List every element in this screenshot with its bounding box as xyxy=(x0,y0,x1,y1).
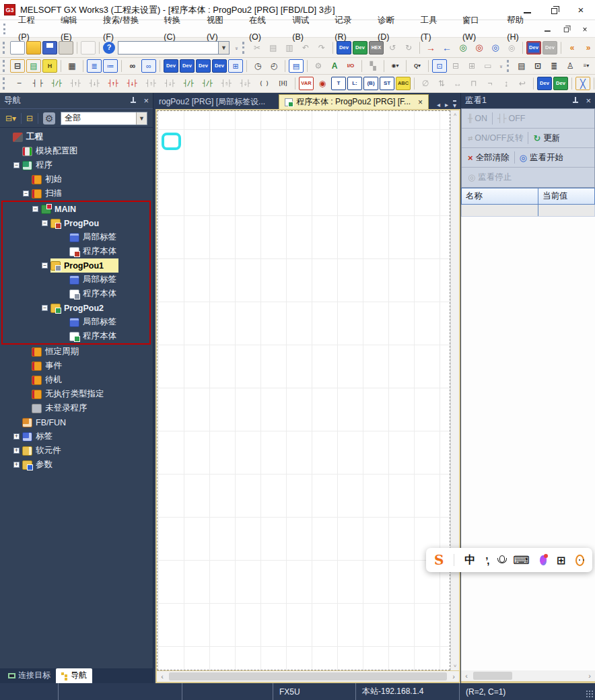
tab-local-label-setting[interactable]: rogPou2 [PRG] [局部标签设... xyxy=(153,94,279,109)
pulse-closed-contact-icon[interactable]: ┤↓├ xyxy=(85,77,103,90)
watch-register-icon[interactable]: ◎ xyxy=(488,41,503,55)
open-project-icon[interactable] xyxy=(26,41,41,55)
save-project-icon[interactable] xyxy=(42,41,57,55)
watch-window-icon[interactable]: ▤ xyxy=(289,59,304,73)
tree-item-scan[interactable]: −扫描 xyxy=(0,186,153,201)
scroll-left-icon[interactable]: ‹ xyxy=(461,672,472,680)
var-element-icon[interactable]: VAR xyxy=(299,77,314,90)
undo-icon[interactable]: ↶ xyxy=(298,41,313,55)
project-data-input[interactable] xyxy=(118,41,219,55)
inline-block-icon[interactable]: [H] xyxy=(274,77,291,90)
list-window-icon[interactable]: ≣ xyxy=(547,59,561,73)
soft-keyboard-icon[interactable]: ⌨ xyxy=(513,553,530,567)
scroll-right-icon[interactable]: › xyxy=(584,672,595,680)
tree-item-progpou-local-label[interactable]: 局部标签 xyxy=(0,230,149,244)
tree-item-progpou1-body[interactable]: 程序本体 xyxy=(0,287,149,301)
tree-item-standby[interactable]: 待机 xyxy=(0,373,153,387)
updown-element-icon[interactable]: ↨ xyxy=(499,77,514,90)
doc-restore-button[interactable] xyxy=(562,25,569,32)
cut-icon[interactable]: ✂ xyxy=(250,41,265,55)
tree-item-event[interactable]: 事件 xyxy=(0,359,153,373)
tree-item-progpou-body[interactable]: 程序本体 xyxy=(0,244,149,258)
watch-start-button[interactable]: ◎监看开始 xyxy=(516,148,567,167)
sogou-logo-icon[interactable]: S xyxy=(434,552,444,568)
toolbar-overflow[interactable]: » xyxy=(497,59,505,73)
cascade-window-icon[interactable]: ⊞ xyxy=(464,59,479,73)
tree-display-icon[interactable]: ⊟▾ xyxy=(5,114,16,123)
monitor-stop-icon[interactable]: ◎ xyxy=(472,41,487,55)
tree-item-no-exec-type[interactable]: 无执行类型指定 xyxy=(0,387,153,401)
write-to-plc-icon[interactable]: → xyxy=(423,41,438,55)
tree-item-unregistered[interactable]: 未登录程序 xyxy=(0,401,153,415)
tree-item-main[interactable]: −MAIN xyxy=(0,202,149,216)
skin-icon[interactable] xyxy=(540,555,547,565)
device-list-icon[interactable]: ⊞ xyxy=(228,59,243,73)
vertical-scrollbar[interactable]: ˄˅ xyxy=(450,110,459,670)
read-from-plc-icon[interactable]: ← xyxy=(440,41,454,55)
tree-item-module-config[interactable]: 模块配置图 xyxy=(0,144,153,158)
coil-icon[interactable]: ( ) xyxy=(255,77,273,90)
redo-conversion-icon[interactable]: ↻ xyxy=(401,41,416,55)
device-monitor1-icon[interactable]: Dev xyxy=(164,59,178,73)
paste-data-icon[interactable] xyxy=(81,41,96,55)
window-search-icon[interactable]: ⊡ xyxy=(432,59,447,73)
closed-contact-icon[interactable]: ┤/├ xyxy=(48,77,65,90)
watch-on-button[interactable]: ╫ON xyxy=(464,109,491,128)
fbd-canvas[interactable] xyxy=(157,110,450,670)
tree-item-parameter[interactable]: +参数 xyxy=(0,458,153,472)
undo-conversion-icon[interactable]: ↺ xyxy=(385,41,400,55)
pulse-open-contact-icon[interactable]: ┤↑├ xyxy=(67,77,84,90)
tree-item-progpou2[interactable]: −ProgPou2 xyxy=(0,301,149,315)
column-header-value[interactable]: 当前值 xyxy=(538,188,594,204)
redo-icon[interactable]: ↷ xyxy=(314,41,329,55)
paste-icon[interactable]: ▥ xyxy=(282,41,297,55)
tree-item-label[interactable]: +标签 xyxy=(0,429,153,444)
resize-grip-icon[interactable] xyxy=(586,690,594,698)
voice-input-icon[interactable] xyxy=(498,555,503,565)
watch-update-button[interactable]: ↻更新 xyxy=(530,129,563,147)
filter-dropdown-icon[interactable]: ▼ xyxy=(136,112,147,125)
pulse-not-falling-icon[interactable]: ┤⇓├ xyxy=(236,77,254,90)
block-element-icon[interactable]: (B) xyxy=(363,77,378,90)
navigation-close-icon[interactable]: × xyxy=(143,96,149,105)
options-icon[interactable]: ⚙ xyxy=(311,59,326,73)
tree-item-program[interactable]: −程序 xyxy=(0,158,153,172)
doc-close-button[interactable]: × xyxy=(581,25,588,32)
restore-button[interactable] xyxy=(549,5,559,15)
tree-item-fixed-cycle[interactable]: 恒定周期 xyxy=(0,345,153,359)
statement-list-icon[interactable]: ≣ xyxy=(87,59,102,73)
combo-dropdown-icon[interactable]: ▼ xyxy=(219,41,230,55)
tab-connection-target[interactable]: 连接目标 xyxy=(3,668,56,683)
monitor-start-icon[interactable]: ◎ xyxy=(456,41,470,55)
scroll-down-icon[interactable]: ˅ xyxy=(454,663,457,669)
watch-empty-row[interactable] xyxy=(461,205,595,217)
hex-edit-icon[interactable]: H xyxy=(42,59,57,73)
label-edit-icon[interactable]: A xyxy=(327,59,342,73)
copy-icon[interactable]: ▤ xyxy=(266,41,281,55)
corner-element-icon[interactable]: ¬ xyxy=(483,77,497,90)
tree-item-project[interactable]: 工程 xyxy=(0,130,153,144)
clock-find-icon[interactable]: ◴ xyxy=(267,59,281,73)
print-icon[interactable] xyxy=(59,41,73,55)
tree-item-initial[interactable]: 初始 xyxy=(0,172,153,186)
tree-item-progpou1-local-label[interactable]: 局部标签 xyxy=(0,273,149,287)
help-icon[interactable]: ? xyxy=(103,42,115,54)
tree-item-fbfun[interactable]: FB/FUN xyxy=(0,415,153,429)
tab-close-icon[interactable]: × xyxy=(418,98,423,107)
watch-close-icon[interactable]: × xyxy=(586,96,591,105)
instruction-element-icon[interactable]: ◉ xyxy=(315,77,330,90)
find-window-icon[interactable]: ∞ xyxy=(141,59,156,73)
library-drawer-icon[interactable]: ≡▾ xyxy=(579,59,594,73)
open-contact-icon[interactable]: ┤ ├ xyxy=(29,77,46,90)
closed-falling-contact-icon[interactable]: ┤∕├ xyxy=(199,77,216,90)
device-memory-icon[interactable]: Dev xyxy=(526,41,541,55)
device-display-icon[interactable]: Dev xyxy=(537,77,552,90)
column-header-name[interactable]: 名称 xyxy=(462,188,538,204)
device-jump-icon[interactable]: Q▾ xyxy=(410,59,425,73)
note-list-icon[interactable]: ≔ xyxy=(103,59,118,73)
comment-element-icon[interactable]: L: xyxy=(347,77,362,90)
ladder-line-icon[interactable]: ─ xyxy=(10,77,28,90)
cross-reference-icon[interactable]: ∞ xyxy=(125,59,140,73)
device-edit-icon[interactable]: Dev xyxy=(553,77,568,90)
tree-filter-combo[interactable]: 全部 ▼ xyxy=(61,112,147,125)
